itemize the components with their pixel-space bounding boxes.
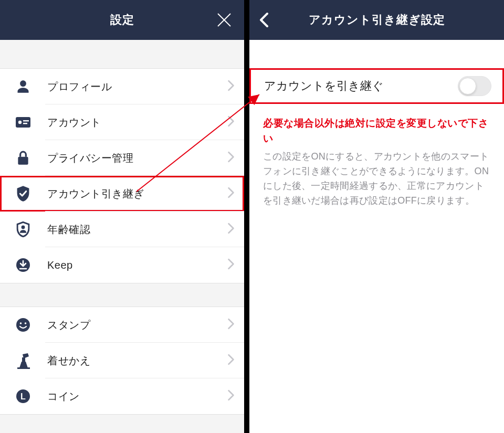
svg-rect-2: [16, 117, 30, 128]
settings-row-label: 年齢確認: [47, 223, 90, 237]
transfer-description: この設定をONにすると、アカウントを他のスマートフォンに引き継ぐことができるよう…: [263, 150, 490, 208]
chevron-right-icon: [227, 389, 235, 403]
pane-divider: [244, 0, 249, 433]
settings-row-label: プロフィール: [47, 80, 112, 94]
back-icon: [257, 12, 274, 28]
close-icon: [216, 12, 233, 28]
settings-row-age[interactable]: 年齢確認: [0, 212, 244, 247]
settings-row-transfer[interactable]: アカウント引き継ぎ: [0, 176, 244, 212]
settings-row-label: Keep: [47, 259, 73, 271]
chevron-right-icon: [227, 258, 235, 272]
transfer-note: 必要な場合以外は絶対に設定を変更しないで下さい この設定をONにすると、アカウン…: [249, 104, 504, 208]
transfer-settings-pane: アカウント引き継ぎ設定 アカウントを引き継ぐ 必要な場合以外は絶対に設定を変更し…: [249, 0, 504, 433]
transfer-toggle-label: アカウントを引き継ぐ: [264, 78, 384, 94]
privacy-icon: [13, 147, 34, 168]
toggle-knob: [459, 78, 476, 94]
svg-rect-5: [23, 123, 27, 124]
section-gap: [0, 40, 244, 68]
section-gap: [0, 283, 244, 307]
settings-row-coin[interactable]: Lコイン: [0, 378, 244, 414]
settings-group-customize: スタンプ着せかえLコイン: [0, 307, 244, 415]
profile-icon: [13, 76, 34, 97]
chevron-right-icon: [227, 187, 235, 200]
transfer-header: アカウント引き継ぎ設定: [249, 0, 504, 40]
transfer-icon: [13, 183, 34, 204]
settings-row-theme[interactable]: 着せかえ: [0, 343, 244, 378]
back-button[interactable]: [257, 12, 274, 28]
svg-point-3: [18, 121, 22, 124]
chevron-right-icon: [227, 80, 235, 93]
svg-point-10: [16, 318, 30, 332]
settings-row-label: プライバシー管理: [47, 151, 133, 165]
chevron-right-icon: [227, 151, 235, 165]
section-gap: [249, 40, 504, 68]
age-icon: [13, 219, 34, 240]
settings-header: 設定: [0, 0, 244, 40]
chevron-right-icon: [227, 318, 235, 332]
svg-rect-14: [17, 367, 30, 369]
svg-rect-13: [22, 357, 25, 362]
transfer-title: アカウント引き継ぎ設定: [309, 12, 445, 28]
settings-row-label: スタンプ: [47, 318, 90, 332]
settings-row-account[interactable]: アカウント: [0, 104, 244, 140]
account-icon: [13, 112, 34, 133]
keep-icon: [13, 255, 34, 276]
chevron-right-icon: [227, 115, 235, 129]
settings-row-label: コイン: [47, 389, 80, 404]
svg-text:L: L: [20, 392, 26, 401]
coin-icon: L: [13, 386, 34, 407]
close-button[interactable]: [216, 12, 233, 28]
settings-pane: 設定 プロフィールアカウントプライバシー管理アカウント引き継ぎ年齢確認Keep …: [0, 0, 244, 433]
svg-point-7: [22, 226, 25, 229]
settings-row-label: 着せかえ: [47, 354, 90, 368]
transfer-toggle-row[interactable]: アカウントを引き継ぐ: [249, 68, 504, 104]
transfer-warning: 必要な場合以外は絶対に設定を変更しないで下さい: [263, 115, 490, 146]
settings-row-stamp[interactable]: スタンプ: [0, 307, 244, 343]
settings-row-label: アカウント: [47, 115, 101, 130]
stamp-icon: [13, 314, 34, 335]
settings-title: 設定: [110, 12, 134, 28]
settings-row-label: アカウント引き継ぎ: [47, 187, 144, 201]
svg-point-11: [20, 322, 22, 324]
svg-point-12: [25, 322, 27, 324]
settings-group-account: プロフィールアカウントプライバシー管理アカウント引き継ぎ年齢確認Keep: [0, 68, 244, 283]
settings-row-keep[interactable]: Keep: [0, 247, 244, 283]
settings-row-privacy[interactable]: プライバシー管理: [0, 140, 244, 176]
svg-rect-6: [18, 157, 28, 165]
chevron-right-icon: [227, 354, 235, 367]
theme-icon: [13, 350, 34, 371]
svg-rect-4: [23, 120, 29, 121]
transfer-toggle[interactable]: [458, 76, 491, 96]
chevron-right-icon: [227, 223, 235, 236]
settings-row-profile[interactable]: プロフィール: [0, 69, 244, 104]
